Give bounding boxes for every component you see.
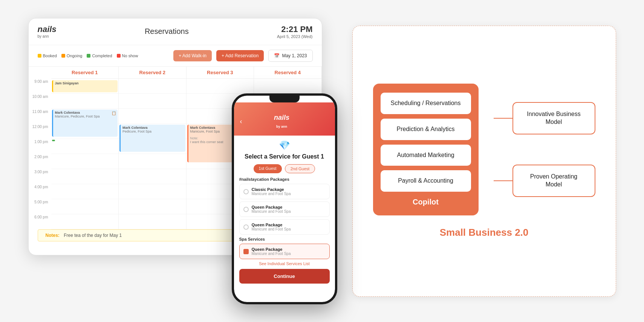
diagram-container: Scheduling / Reservations Prediction & A… — [373, 84, 595, 215]
legend-noshow: No show — [117, 53, 138, 58]
notes-text: Free tea of the day for May 1 — [64, 233, 122, 238]
grid-col-1: Jam Sinigayan Mark Colentava Manicure, P… — [51, 79, 119, 229]
service-queen-1[interactable]: Queen Package Manicure and Foot Spa — [239, 201, 330, 217]
radio-queen-2 — [243, 224, 249, 230]
radio-classic — [243, 189, 249, 194]
booked-dot — [38, 54, 41, 58]
app-logo: nails by ann — [38, 24, 57, 38]
spa-section-label: Spa Services — [239, 237, 330, 241]
add-reservation-button[interactable]: + Add Reservation — [216, 50, 264, 61]
see-more-link[interactable]: See Individual Services List — [239, 261, 330, 266]
current-date: April 5, 2023 (Wed) — [277, 34, 313, 39]
phone-header: ‹ nailsby ann — [234, 102, 335, 136]
legend-booked: Booked — [38, 53, 57, 58]
right-section: Scheduling / Reservations Prediction & A… — [352, 26, 616, 297]
copilot-box: Scheduling / Reservations Prediction & A… — [373, 84, 479, 215]
proven-model-card: Proven Operating Model — [512, 165, 595, 197]
phone-title: Select a Service for Guest 1 — [239, 153, 330, 161]
back-button[interactable]: ‹ — [240, 118, 242, 125]
connectors-col: Innovative Business Model Proven Operati… — [494, 102, 595, 197]
service-classic[interactable]: Classic Package Manicure and Foot Spa — [239, 184, 330, 199]
connector-line-1 — [494, 118, 512, 119]
guest-tabs: 1st Guest 2nd Guest — [239, 164, 330, 173]
gem-icon: 💎 — [239, 140, 330, 151]
appt-jam[interactable]: Jam Sinigayan — [52, 80, 118, 92]
continue-button[interactable]: Continue — [239, 269, 330, 284]
col-header-3: Reserved 3 — [187, 67, 254, 78]
guest-tab-2[interactable]: 2nd Guest — [285, 164, 315, 173]
legend-completed: Completed — [87, 53, 112, 58]
legend: Booked Ongoing Completed No show — [38, 53, 138, 58]
phone-mockup: ‹ nailsby ann 💎 Select a Service for Gue… — [232, 93, 337, 304]
left-section: nails by ann Reservations 2:21 PM April … — [28, 18, 337, 304]
status-bar — [52, 140, 55, 141]
main-container: nails by ann Reservations 2:21 PM April … — [21, 12, 624, 310]
section-label: #nailstaycation Packages — [239, 177, 330, 182]
noshow-dot — [117, 54, 121, 58]
completed-dot — [87, 54, 90, 58]
desktop-header: nails by ann Reservations 2:21 PM April … — [29, 18, 322, 45]
time-display: 2:21 PM April 5, 2023 (Wed) — [277, 24, 313, 39]
appt-name: Mark Colentava — [122, 126, 184, 130]
legend-ongoing: Ongoing — [61, 53, 83, 58]
feature-payroll: Payroll & Accounting — [381, 170, 471, 192]
feature-scheduling: Scheduling / Reservations — [381, 93, 471, 114]
appt-name: Jam Sinigayan — [55, 81, 116, 85]
phone-screen: ‹ nailsby ann 💎 Select a Service for Gue… — [234, 96, 335, 302]
appt-services: Manicure, Pedicure, Foot Spa — [55, 114, 116, 118]
connector-line-2 — [494, 180, 512, 181]
calendar-icon: 📅 — [274, 53, 280, 58]
radio-queen-1 — [243, 207, 249, 212]
innovative-model-card: Innovative Business Model — [512, 102, 595, 134]
toolbar: Booked Ongoing Completed No show — [29, 45, 322, 67]
guest-tab-1[interactable]: 1st Guest — [254, 164, 282, 173]
phone-logo: nailsby ann — [247, 114, 317, 130]
notes-label: Notes: — [46, 233, 60, 238]
add-walkin-button[interactable]: + Add Walk-in — [173, 50, 212, 61]
time-column: 9:00 am 10:00 am 11:00 am 12:00 pm 1:00 … — [29, 79, 51, 229]
phone-notch — [269, 96, 300, 102]
col-header-1: Reserved 1 — [51, 67, 119, 78]
phone-content: 💎 Select a Service for Guest 1 1st Guest… — [234, 136, 335, 288]
copilot-label: Copilot — [381, 198, 471, 206]
grid-col-2: Mark Colentava Pedicure, Foot Spa — [119, 79, 187, 229]
appt-name: Mark Colentava — [55, 111, 116, 114]
appt-mark-1[interactable]: Mark Colentava Manicure, Pedicure, Foot … — [52, 110, 118, 137]
radio-queen-spa — [243, 249, 249, 254]
feature-marketing: Automated Marketing — [381, 145, 471, 166]
service-queen-2[interactable]: Queen Package Manicure and Foot Spa — [239, 219, 330, 235]
small-business-title: Small Business 2.0 — [440, 227, 529, 238]
appt-services: Pedicure, Foot Spa — [122, 130, 184, 133]
ongoing-dot — [61, 54, 65, 58]
service-queen-spa[interactable]: Queen Package Manicure and Foot Spa — [239, 244, 330, 259]
appt-icon: 📋 — [112, 111, 116, 115]
col-header-2: Reserved 2 — [119, 67, 187, 78]
current-time: 2:21 PM — [277, 24, 313, 34]
date-picker-button[interactable]: 📅 May 1, 2023 — [268, 50, 312, 62]
appt-mark-2[interactable]: Mark Colentava Pedicure, Foot Spa — [119, 125, 185, 152]
column-headers: Reserved 1 Reserved 2 Reserved 3 Reserve… — [51, 67, 322, 79]
col-header-4: Reserved 4 — [254, 67, 322, 78]
feature-prediction: Prediction & Analytics — [381, 119, 471, 140]
app-title: Reservations — [145, 27, 189, 36]
